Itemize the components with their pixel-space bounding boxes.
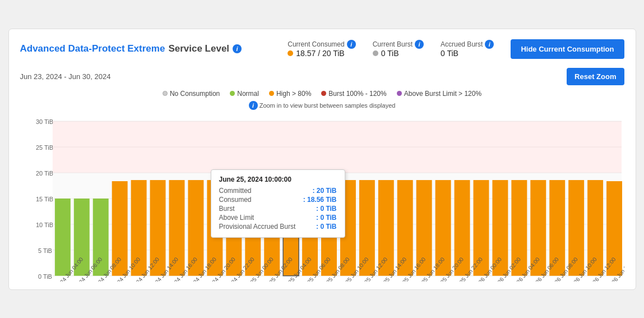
svg-text:5 TiB: 5 TiB [38,247,52,254]
legend-no-consumption-dot [163,91,168,96]
page-title-blue: Advanced Data-Protect Extreme [20,43,165,54]
current-consumed-label: Current Consumed i [288,40,355,49]
chart-top-bar: Jun 23, 2024 - Jun 30, 2024 Reset Zoom [20,68,624,85]
svg-rect-16 [54,198,70,275]
accrued-burst-stat: Accrued Burst i 0 TiB [441,40,494,58]
accrued-burst-label: Accrued Burst i [441,40,494,49]
svg-text:10 TiB: 10 TiB [35,221,53,228]
service-level-info-icon[interactable]: i [233,44,242,53]
legend-above-burst-label: Above Burst Limit > 120% [404,90,481,98]
header-left: Advanced Data-Protect Extreme Service Le… [20,43,242,54]
svg-text:30 TiB: 30 TiB [35,118,53,125]
current-consumed-info-icon[interactable]: i [347,40,356,49]
svg-text:15 TiB: 15 TiB [35,195,53,202]
legend-normal-label: Normal [237,90,259,98]
current-burst-stat: Current Burst i 0 TiB [373,40,424,58]
header-stats: Current Consumed i 18.57 / 20 TiB Curren… [288,39,624,59]
burst-dot [373,50,378,56]
chart-legend: No Consumption Normal High > 80% Burst 1… [20,90,624,98]
date-range: Jun 23, 2024 - Jun 30, 2024 [20,72,111,81]
svg-text:25 TiB: 25 TiB [35,144,53,151]
svg-rect-14 [52,121,621,173]
main-container: Advanced Data-Protect Extreme Service Le… [8,29,636,290]
legend-note: i Zoom in to view burst between samples … [20,101,624,110]
accrued-burst-value: 0 TiB [441,49,458,58]
legend-no-consumption-label: No Consumption [170,90,220,98]
legend-no-consumption: No Consumption [163,90,220,98]
current-consumed-value: 18.57 / 20 TiB [288,49,344,58]
chart-svg-container[interactable]: 0 TiB 5 TiB 10 TiB 15 TiB 20 TiB 25 TiB … [20,113,624,284]
legend-above-burst: Above Burst Limit > 120% [397,90,481,98]
hide-current-consumption-button[interactable]: Hide Current Consumption [511,39,624,59]
svg-text:20 TiB: 20 TiB [35,170,53,177]
current-burst-label: Current Burst i [373,40,424,49]
current-burst-info-icon[interactable]: i [415,40,424,49]
header: Advanced Data-Protect Extreme Service Le… [20,39,624,59]
zoom-note-icon: i [249,101,258,110]
chart-wrapper: 0 TiB 5 TiB 10 TiB 15 TiB 20 TiB 25 TiB … [20,113,624,284]
reset-zoom-button[interactable]: Reset Zoom [567,68,624,85]
svg-text:0 TiB: 0 TiB [38,273,52,279]
legend-high: High > 80% [269,90,311,98]
legend-normal: Normal [230,90,259,98]
legend-burst-dot [321,91,326,96]
legend-burst: Burst 100% - 120% [321,90,386,98]
legend-high-dot [269,91,274,96]
current-burst-value: 0 TiB [373,49,399,58]
page-title-gray: Service Level [168,43,229,54]
legend-normal-dot [230,91,235,96]
legend-above-burst-dot [397,91,402,96]
consumed-dot [288,50,293,56]
legend-high-label: High > 80% [276,90,311,98]
current-consumed-stat: Current Consumed i 18.57 / 20 TiB [288,40,355,58]
chart-area: Jun 23, 2024 - Jun 30, 2024 Reset Zoom N… [20,68,624,284]
bar-chart[interactable]: 0 TiB 5 TiB 10 TiB 15 TiB 20 TiB 25 TiB … [20,113,624,282]
accrued-burst-info-icon[interactable]: i [485,40,494,49]
legend-burst-label: Burst 100% - 120% [328,90,386,98]
